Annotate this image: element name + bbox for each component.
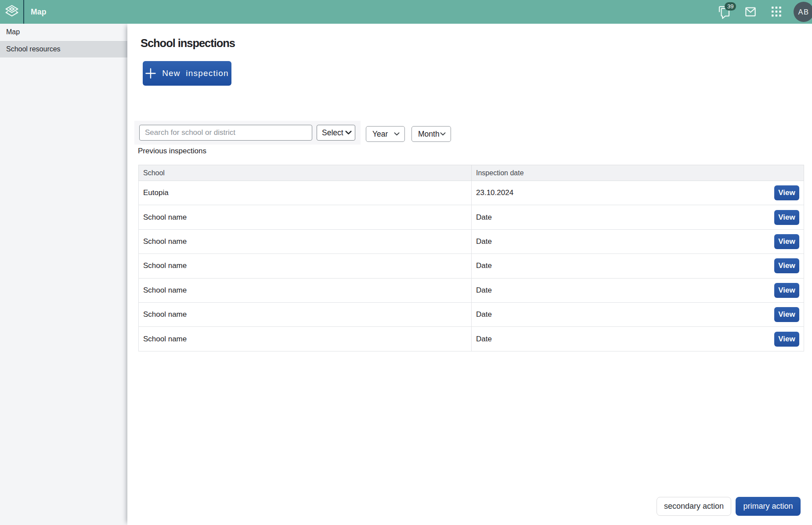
select-dropdown[interactable]: Select — [317, 125, 355, 141]
month-dropdown-label: Month — [418, 130, 440, 139]
table-row: School name DateView — [139, 229, 804, 253]
plus-icon — [145, 68, 156, 79]
view-button[interactable]: View — [774, 258, 799, 273]
layers-icon — [5, 5, 18, 19]
chevron-down-icon — [440, 132, 446, 136]
chat-bubbles-icon — [718, 14, 730, 21]
view-button[interactable]: View — [774, 210, 799, 225]
table-row: School name DateView — [139, 278, 804, 302]
sidebar-item-map[interactable]: Map — [0, 24, 127, 41]
view-button[interactable]: View — [774, 185, 799, 200]
select-dropdown-label: Select — [322, 128, 343, 138]
apps-grid-icon — [772, 11, 781, 18]
table-header-row: School Inspection date — [139, 165, 804, 181]
date-cell: Date — [476, 237, 492, 246]
chevron-down-icon — [345, 130, 352, 135]
column-header-inspection-date: Inspection date — [472, 165, 804, 181]
date-cell: Date — [476, 286, 492, 295]
view-button[interactable]: View — [774, 234, 799, 249]
date-cell: 23.10.2024 — [476, 188, 513, 197]
chevron-down-icon — [394, 132, 400, 136]
filter-panel: Select — [134, 121, 361, 145]
mail-icon — [745, 11, 756, 18]
school-cell: School name — [139, 254, 472, 278]
school-cell: School name — [139, 302, 472, 326]
secondary-action-button[interactable]: secondary action — [657, 497, 731, 516]
school-cell: School name — [139, 229, 472, 253]
page-shell: Map School resources School inspections … — [0, 24, 812, 525]
page-title: School inspections — [141, 37, 235, 49]
table-row: School name DateView — [139, 205, 804, 229]
primary-action-button[interactable]: primary action — [736, 497, 801, 516]
topbar: Map 39 — [0, 0, 812, 24]
table-row: School name DateView — [139, 302, 804, 326]
school-cell: School name — [139, 327, 472, 351]
previous-inspections-label: Previous inspections — [138, 147, 206, 156]
date-cell: Date — [476, 335, 492, 344]
inspections-table: School Inspection date Eutopia 23.10.202… — [138, 165, 804, 351]
avatar[interactable]: AB — [794, 2, 812, 22]
main-content: School inspections New inspection Select… — [127, 24, 812, 525]
view-button[interactable]: View — [774, 332, 799, 347]
mail-button[interactable] — [745, 7, 756, 17]
month-dropdown[interactable]: Month — [411, 126, 451, 142]
year-dropdown-label: Year — [372, 130, 388, 139]
sidebar-item-school-resources[interactable]: School resources — [0, 41, 127, 58]
table-row: School name DateView — [139, 254, 804, 278]
school-cell: Eutopia — [139, 181, 472, 205]
column-header-school: School — [139, 165, 472, 181]
sidebar: Map School resources — [0, 24, 127, 525]
search-input[interactable] — [139, 125, 312, 141]
date-cell: Date — [476, 310, 492, 319]
apps-grid-button[interactable] — [772, 7, 781, 17]
view-button[interactable]: View — [774, 283, 799, 298]
footer-actions: secondary action primary action — [657, 497, 801, 516]
app-logo[interactable] — [0, 0, 24, 24]
table-row: School name DateView — [139, 327, 804, 351]
new-inspection-label: New inspection — [162, 69, 229, 78]
year-dropdown[interactable]: Year — [366, 126, 405, 142]
date-cell: Date — [476, 261, 492, 270]
date-cell: Date — [476, 213, 492, 222]
school-cell: School name — [139, 205, 472, 229]
school-cell: School name — [139, 278, 472, 302]
notification-badge: 39 — [725, 2, 736, 11]
table-row: Eutopia 23.10.2024View — [139, 181, 804, 205]
new-inspection-button[interactable]: New inspection — [143, 61, 231, 86]
app-title: Map — [31, 7, 47, 17]
view-button[interactable]: View — [774, 307, 799, 322]
